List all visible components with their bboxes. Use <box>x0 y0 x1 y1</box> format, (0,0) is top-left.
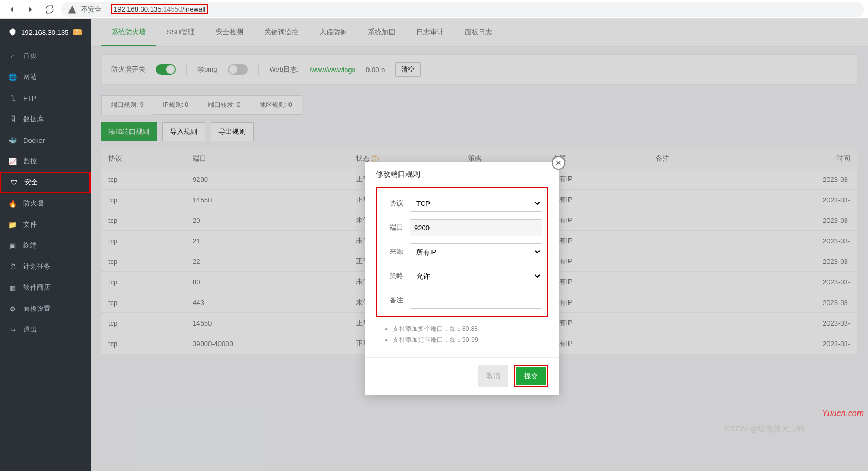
modal-form: 协议 TCP 端口 来源 所有IP 策略 允许 备注 <box>376 187 548 317</box>
th-remark: 备注 <box>648 149 733 169</box>
tab-6[interactable]: 日志审计 <box>406 19 454 46</box>
sidebar-item-8[interactable]: 📁文件 <box>0 214 91 235</box>
weblog-path-link[interactable]: /www/wwwlogs <box>310 66 355 74</box>
edit-port-rule-modal: ✕ 修改端口规则 协议 TCP 端口 来源 所有IP 策略 允许 备注 <box>365 162 559 395</box>
sidebar-item-11[interactable]: ▦软件商店 <box>0 277 91 298</box>
tab-5[interactable]: 系统加固 <box>357 19 406 46</box>
sidebar: 192.168.30.135 0 ⌂首页🌐网站⇅FTP🗄数据库🐳Docker📈监… <box>0 19 91 471</box>
cancel-button[interactable]: 取消 <box>478 365 508 387</box>
sidebar-item-label: 退出 <box>23 325 37 335</box>
modal-title: 修改端口规则 <box>365 162 559 187</box>
tip-item: 支持添加多个端口，如：80,88 <box>393 325 548 333</box>
sidebar-item-label: 文件 <box>23 220 37 229</box>
toolbar: 防火墙开关 禁ping Web日志: /www/wwwlogs 0.00 b 清… <box>101 54 857 85</box>
tab-3[interactable]: 关键词监控 <box>254 19 309 46</box>
submit-button[interactable]: 提交 <box>516 367 546 385</box>
help-icon[interactable]: ? <box>372 155 379 162</box>
sidebar-icon: 🐳 <box>8 136 17 144</box>
url-text: 192.168.30.135:14550/firewall <box>114 5 205 13</box>
sidebar-item-label: 计划任务 <box>23 262 51 271</box>
sidebar-icon: ⇅ <box>8 94 17 102</box>
sidebar-icon: ⌂ <box>8 52 17 60</box>
source-select[interactable]: 所有IP <box>410 243 542 260</box>
tab-2[interactable]: 安全检测 <box>205 19 254 46</box>
sidebar-item-label: 防火墙 <box>23 199 44 208</box>
port-input[interactable] <box>410 219 542 236</box>
sidebar-item-2[interactable]: ⇅FTP <box>0 87 91 109</box>
sidebar-item-1[interactable]: 🌐网站 <box>0 66 91 87</box>
import-rules-button[interactable]: 导入规则 <box>162 122 205 141</box>
rule-tab-1[interactable]: IP规则: 0 <box>153 95 198 115</box>
actions-bar: 添加端口规则 导入规则 导出规则 <box>101 122 857 141</box>
csdn-watermark: CSDN @经海路大白狗 <box>725 424 805 434</box>
shield-icon <box>8 28 17 36</box>
sidebar-item-label: 安全 <box>24 178 38 187</box>
sidebar-item-13[interactable]: ↪退出 <box>0 319 91 340</box>
remark-input[interactable] <box>410 292 542 309</box>
sidebar-item-7[interactable]: 🔥防火墙 <box>0 193 91 214</box>
th-proto: 协议 <box>101 149 185 169</box>
weblog-size: 0.00 b <box>366 66 385 74</box>
sidebar-item-label: 网站 <box>23 72 37 82</box>
ping-toggle[interactable] <box>228 64 248 75</box>
weblog-label: Web日志: <box>270 65 299 74</box>
proto-select[interactable]: TCP <box>410 195 542 212</box>
nav-reload-button[interactable] <box>42 2 57 17</box>
sidebar-icon: ↪ <box>8 326 17 334</box>
sidebar-icon: ▦ <box>8 283 17 292</box>
divider <box>106 3 106 16</box>
nav-forward-button[interactable] <box>23 2 38 17</box>
sidebar-item-3[interactable]: 🗄数据库 <box>0 109 91 130</box>
clear-log-button[interactable]: 清空 <box>395 62 421 77</box>
sidebar-host: 192.168.30.135 <box>21 28 68 36</box>
export-rules-button[interactable]: 导出规则 <box>211 122 254 141</box>
sidebar-item-12[interactable]: ⚙面板设置 <box>0 298 91 319</box>
tabs: 系统防火墙SSH管理安全检测关键词监控入侵防御系统加固日志审计面板日志 <box>91 19 868 47</box>
sidebar-header: 192.168.30.135 0 <box>0 19 91 45</box>
sidebar-item-4[interactable]: 🐳Docker <box>0 130 91 151</box>
sidebar-icon: ⚙ <box>8 305 17 313</box>
modal-close-button[interactable]: ✕ <box>552 156 565 170</box>
sidebar-icon: ⏱ <box>8 262 17 271</box>
sidebar-item-label: 数据库 <box>23 114 44 124</box>
proto-label: 协议 <box>382 199 403 208</box>
port-label: 端口 <box>382 223 403 232</box>
divider <box>258 63 259 76</box>
firewall-switch-label: 防火墙开关 <box>111 65 145 74</box>
tip-item: 支持添加范围端口，如：90-99 <box>393 336 548 345</box>
nav-back-button[interactable] <box>4 2 19 17</box>
sidebar-item-9[interactable]: ▣终端 <box>0 235 91 256</box>
sidebar-icon: 🌐 <box>8 73 17 81</box>
rule-tabs: 端口规则: 9IP规则: 0端口转发: 0地区规则: 0 <box>101 95 857 115</box>
tab-7[interactable]: 面板日志 <box>454 19 503 46</box>
policy-label: 策略 <box>382 271 403 281</box>
sidebar-item-label: 软件商店 <box>23 283 51 292</box>
insecure-icon <box>67 5 77 14</box>
sidebar-icon: ▣ <box>8 241 17 250</box>
th-port: 端口 <box>185 149 348 169</box>
tab-1[interactable]: SSH管理 <box>156 19 205 46</box>
sidebar-item-5[interactable]: 📈监控 <box>0 151 91 172</box>
sidebar-icon: 🛡 <box>9 178 18 187</box>
sidebar-icon: 📈 <box>8 157 17 165</box>
rule-tab-2[interactable]: 端口转发: 0 <box>198 95 250 115</box>
sidebar-item-label: FTP <box>23 94 36 102</box>
policy-select[interactable]: 允许 <box>410 268 542 284</box>
sidebar-item-0[interactable]: ⌂首页 <box>0 45 91 66</box>
tab-0[interactable]: 系统防火墙 <box>101 19 156 46</box>
remark-label: 备注 <box>382 296 403 305</box>
firewall-toggle[interactable] <box>156 64 176 75</box>
sidebar-item-6[interactable]: 🛡安全 <box>0 172 91 193</box>
rule-tab-0[interactable]: 端口规则: 9 <box>101 95 153 115</box>
sidebar-item-label: 首页 <box>23 51 37 61</box>
url-bar[interactable]: 不安全 192.168.30.135:14550/firewall <box>61 2 864 17</box>
browser-bar: 不安全 192.168.30.135:14550/firewall <box>0 0 868 19</box>
th-time: 时间 <box>733 149 857 169</box>
sidebar-icon: 🔥 <box>8 199 17 208</box>
sidebar-item-label: Docker <box>23 136 45 144</box>
add-port-rule-button[interactable]: 添加端口规则 <box>101 122 157 141</box>
tab-4[interactable]: 入侵防御 <box>309 19 357 46</box>
rule-tab-3[interactable]: 地区规则: 0 <box>250 95 302 115</box>
insecure-label: 不安全 <box>81 5 102 14</box>
sidebar-item-10[interactable]: ⏱计划任务 <box>0 256 91 277</box>
